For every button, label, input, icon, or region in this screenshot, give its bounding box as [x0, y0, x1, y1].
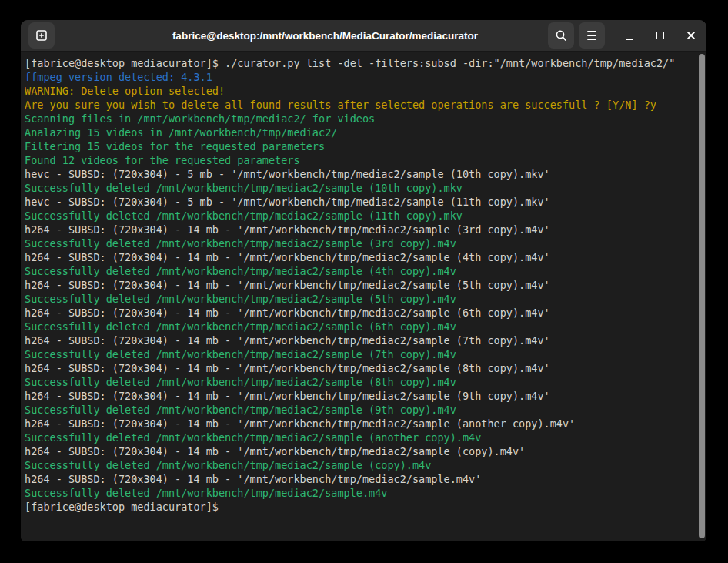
close-icon: [686, 30, 696, 41]
hamburger-menu-icon: [587, 31, 596, 40]
terminal-line: h264 - SUBSD: (720x304) - 14 mb - '/mnt/…: [25, 223, 694, 236]
menu-button[interactable]: [579, 22, 605, 49]
maximize-icon: [656, 32, 664, 39]
terminal-line: WARNING: Delete option selected!: [25, 84, 694, 98]
terminal-line: Successfully deleted /mnt/workbench/tmp/…: [25, 236, 694, 250]
search-icon: [554, 28, 568, 42]
terminal-line: Successfully deleted /mnt/workbench/tmp/…: [25, 292, 694, 306]
terminal-line: h264 - SUBSD: (720x304) - 14 mb - '/mnt/…: [25, 472, 694, 486]
terminal-line: Are you sure you wish to delete all foun…: [25, 98, 694, 112]
terminal-line: Successfully deleted /mnt/workbench/tmp/…: [25, 458, 694, 472]
terminal-output: [fabrice@desktop mediacurator]$ ./curato…: [25, 56, 694, 514]
new-tab-button[interactable]: [28, 22, 55, 49]
terminal-line: Scanning files in /mnt/workbench/tmp/med…: [25, 112, 694, 126]
terminal-window: fabrice@desktop:/mnt/workbench/MediaCura…: [21, 20, 706, 541]
new-tab-icon: [35, 28, 48, 42]
terminal-line: h264 - SUBSD: (720x304) - 14 mb - '/mnt/…: [25, 417, 694, 431]
terminal-line: Successfully deleted /mnt/workbench/tmp/…: [25, 431, 694, 444]
terminal-line: h264 - SUBSD: (720x304) - 14 mb - '/mnt/…: [25, 333, 694, 347]
terminal-line: Successfully deleted /mnt/workbench/tmp/…: [25, 375, 694, 389]
maximize-button[interactable]: [651, 26, 670, 45]
minimize-button[interactable]: [620, 26, 639, 45]
terminal-line: [fabrice@desktop mediacurator]$: [25, 500, 694, 514]
terminal-line: h264 - SUBSD: (720x304) - 14 mb - '/mnt/…: [25, 389, 694, 403]
desktop-background: { "window": { "title": "fabrice@desktop:…: [0, 0, 728, 563]
terminal-line: Found 12 videos for the requested parame…: [25, 153, 694, 167]
window-title: fabrice@desktop:/mnt/workbench/MediaCura…: [113, 30, 537, 42]
terminal-line: hevc - SUBSD: (720x304) - 5 mb - '/mnt/w…: [25, 195, 694, 209]
terminal-screen[interactable]: [fabrice@desktop mediacurator]$ ./curato…: [21, 52, 706, 541]
titlebar-controls: [548, 22, 700, 49]
terminal-line: Successfully deleted /mnt/workbench/tmp/…: [25, 181, 694, 195]
close-button[interactable]: [682, 26, 700, 45]
titlebar[interactable]: fabrice@desktop:/mnt/workbench/MediaCura…: [21, 20, 706, 52]
terminal-line: h264 - SUBSD: (720x304) - 14 mb - '/mnt/…: [25, 444, 694, 458]
terminal-line: h264 - SUBSD: (720x304) - 14 mb - '/mnt/…: [25, 306, 694, 320]
terminal-line: h264 - SUBSD: (720x304) - 14 mb - '/mnt/…: [25, 278, 694, 292]
terminal-line: Successfully deleted /mnt/workbench/tmp/…: [25, 486, 694, 500]
terminal-line: Analazing 15 videos in /mnt/workbench/tm…: [25, 126, 694, 139]
terminal-line: h264 - SUBSD: (720x304) - 14 mb - '/mnt/…: [25, 361, 694, 375]
terminal-line: [fabrice@desktop mediacurator]$ ./curato…: [25, 56, 694, 70]
terminal-line: Successfully deleted /mnt/workbench/tmp/…: [25, 209, 694, 223]
terminal-line: Successfully deleted /mnt/workbench/tmp/…: [25, 403, 694, 417]
search-button[interactable]: [548, 22, 574, 49]
terminal-line: Successfully deleted /mnt/workbench/tmp/…: [25, 320, 694, 333]
terminal-line: Successfully deleted /mnt/workbench/tmp/…: [25, 347, 694, 361]
terminal-line: ffmpeg version detected: 4.3.1: [25, 70, 694, 84]
scrollbar-thumb[interactable]: [699, 54, 705, 538]
minimize-icon: [626, 39, 633, 40]
terminal-line: h264 - SUBSD: (720x304) - 14 mb - '/mnt/…: [25, 250, 694, 264]
terminal-line: Successfully deleted /mnt/workbench/tmp/…: [25, 264, 694, 278]
terminal-line: hevc - SUBSD: (720x304) - 5 mb - '/mnt/w…: [25, 167, 694, 181]
terminal-line: Filtering 15 videos for the requested pa…: [25, 139, 694, 153]
